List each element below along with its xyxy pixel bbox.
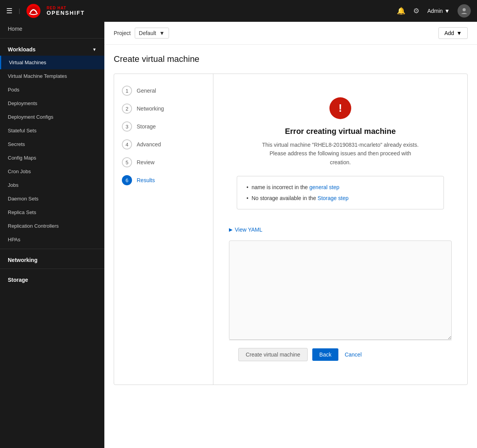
top-nav: ☰ | RED HAT OPENSHIFT 🔔 ⚙ Admin ▼ <box>0 0 477 22</box>
home-label: Home <box>8 26 22 32</box>
sidebar-item-secrets[interactable]: Secrets <box>0 137 104 151</box>
project-label: Project <box>114 30 131 36</box>
sidebar-dc-label: Deployment Configs <box>8 114 53 120</box>
brand-text: RED HAT OPENSHIFT <box>47 6 85 16</box>
sidebar-hpas-label: HPAs <box>8 237 20 242</box>
error-list-item-2: • No storage available in the Storage st… <box>246 195 434 201</box>
wizard-step-3[interactable]: 3 Storage <box>114 118 213 135</box>
user-avatar[interactable] <box>458 4 471 18</box>
view-yaml-label: View YAML <box>235 227 262 233</box>
sidebar-workloads-header[interactable]: Workloads ▼ <box>0 41 104 56</box>
sidebar-item-replication-controllers[interactable]: Replication Controllers <box>0 219 104 233</box>
sidebar-item-stateful-sets[interactable]: Stateful Sets <box>0 124 104 137</box>
storage-label: Storage <box>8 277 28 283</box>
main-layout: Home Workloads ▼ Virtual Machines Virtua… <box>0 22 477 448</box>
sidebar-rs-label: Replica Sets <box>8 209 36 215</box>
nav-separator: | <box>19 8 20 14</box>
brand-logo: RED HAT OPENSHIFT <box>26 4 85 18</box>
step-label-2: Networking <box>137 105 164 112</box>
sidebar-secrets-label: Secrets <box>8 141 25 147</box>
wizard-step-6[interactable]: 6 Results <box>114 171 213 189</box>
create-vm-button[interactable]: Create virtual machine <box>238 348 308 361</box>
sidebar-networking-header[interactable]: Networking <box>0 251 104 266</box>
sidebar-jobs-label: Jobs <box>8 182 18 188</box>
page-content: Create virtual machine 1 General 2 Netwo… <box>104 45 477 394</box>
back-button[interactable]: Back <box>312 348 338 361</box>
settings-icon[interactable]: ⚙ <box>413 7 419 15</box>
sidebar-vm-label: Virtual Machines <box>9 60 46 65</box>
wizard-footer: Create virtual machine Back Cancel <box>229 340 452 369</box>
sidebar-rc-label: Replication Controllers <box>8 223 59 229</box>
sidebar-item-home[interactable]: Home <box>0 22 104 36</box>
add-button[interactable]: Add ▼ <box>438 27 468 39</box>
admin-menu[interactable]: Admin ▼ <box>427 8 450 14</box>
error-list-item-1: • name is incorrect in the general step <box>246 184 434 190</box>
hamburger-icon[interactable]: ☰ <box>6 7 12 15</box>
view-yaml-chevron-icon: ▶ <box>229 227 232 232</box>
wizard-step-5[interactable]: 5 Review <box>114 153 213 171</box>
wizard-step-4[interactable]: 4 Advanced <box>114 135 213 153</box>
sidebar-item-jobs[interactable]: Jobs <box>0 178 104 192</box>
wizard-main: ! Error creating virtual machine This vi… <box>213 74 467 385</box>
sidebar-storage-header[interactable]: Storage <box>0 271 104 286</box>
nav-left: ☰ | RED HAT OPENSHIFT <box>6 4 85 18</box>
workloads-chevron-icon: ▼ <box>92 47 97 52</box>
general-step-link[interactable]: general step <box>310 184 340 190</box>
wizard: 1 General 2 Networking 3 Storage 4 Advan… <box>114 74 468 385</box>
error-title: Error creating virtual machine <box>237 127 444 136</box>
svg-point-2 <box>463 8 466 11</box>
nav-right: 🔔 ⚙ Admin ▼ <box>397 4 471 18</box>
project-selector: Project Default ▼ <box>114 28 169 39</box>
storage-step-link[interactable]: Storage step <box>318 195 349 201</box>
notification-icon[interactable]: 🔔 <box>397 7 405 15</box>
wizard-step-1[interactable]: 1 General <box>114 82 213 100</box>
step-label-6: Results <box>137 177 155 183</box>
cancel-button[interactable]: Cancel <box>343 348 363 361</box>
error-description: This virtual machine "RHEL8-20190831-mca… <box>259 141 422 167</box>
add-chevron-icon: ▼ <box>456 30 462 36</box>
yaml-textarea[interactable] <box>229 241 452 340</box>
sidebar-vmt-label: Virtual Machine Templates <box>8 73 67 79</box>
step-number-6: 6 <box>122 175 132 185</box>
bullet-1: • <box>246 184 248 190</box>
view-yaml-toggle[interactable]: ▶ View YAML <box>229 227 452 233</box>
sidebar-ds-label: Daemon Sets <box>8 196 39 202</box>
step-number-1: 1 <box>122 86 132 96</box>
wizard-step-2[interactable]: 2 Networking <box>114 100 213 118</box>
avatar-icon <box>460 7 468 15</box>
sidebar-item-daemon-sets[interactable]: Daemon Sets <box>0 192 104 206</box>
admin-label: Admin <box>427 8 443 14</box>
networking-label: Networking <box>8 257 37 263</box>
page-title: Create virtual machine <box>114 54 468 64</box>
sidebar-deployments-label: Deployments <box>8 100 37 106</box>
sidebar-item-hpas[interactable]: HPAs <box>0 233 104 246</box>
sidebar-cm-label: Config Maps <box>8 155 36 161</box>
sidebar-item-virtual-machines[interactable]: Virtual Machines <box>0 56 104 69</box>
top-bar: Project Default ▼ Add ▼ <box>104 22 477 45</box>
project-dropdown[interactable]: Default ▼ <box>135 28 169 39</box>
sidebar-cj-label: Cron Jobs <box>8 169 31 174</box>
step-label-5: Review <box>137 159 155 165</box>
sidebar-item-vm-templates[interactable]: Virtual Machine Templates <box>0 69 104 83</box>
add-label: Add <box>444 30 454 36</box>
sidebar-pods-label: Pods <box>8 87 19 93</box>
wizard-sidebar: 1 General 2 Networking 3 Storage 4 Advan… <box>114 74 213 385</box>
sidebar-item-replica-sets[interactable]: Replica Sets <box>0 206 104 219</box>
sidebar-item-deployment-configs[interactable]: Deployment Configs <box>0 110 104 124</box>
step-label-3: Storage <box>137 123 156 130</box>
sidebar-divider-3 <box>0 269 104 269</box>
admin-chevron-icon: ▼ <box>444 8 450 14</box>
sidebar-item-pods[interactable]: Pods <box>0 83 104 97</box>
error-list-box: • name is incorrect in the general step … <box>237 176 444 209</box>
sidebar-ss-label: Stateful Sets <box>8 128 37 134</box>
sidebar-item-config-maps[interactable]: Config Maps <box>0 151 104 165</box>
sidebar: Home Workloads ▼ Virtual Machines Virtua… <box>0 22 104 448</box>
content-area: Project Default ▼ Add ▼ Create virtual m… <box>104 22 477 448</box>
sidebar-divider-2 <box>0 249 104 249</box>
error-icon: ! <box>329 97 351 119</box>
sidebar-item-cron-jobs[interactable]: Cron Jobs <box>0 165 104 178</box>
brand-openshift: OPENSHIFT <box>47 10 85 16</box>
step-label-1: General <box>137 88 156 94</box>
project-chevron-icon: ▼ <box>159 30 165 36</box>
sidebar-item-deployments[interactable]: Deployments <box>0 97 104 110</box>
